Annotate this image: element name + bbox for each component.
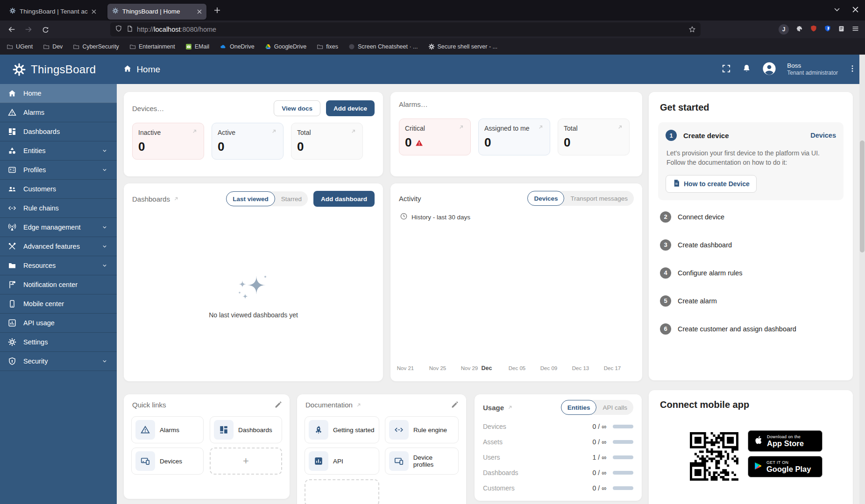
plus-icon: + [243, 455, 249, 467]
sidebar-item-resources[interactable]: Resources [0, 256, 117, 275]
list-all-tabs-icon[interactable] [834, 6, 840, 14]
edit-pencil-icon[interactable] [274, 401, 282, 411]
fullscreen-icon[interactable] [721, 63, 731, 76]
stat-assigned-to-me[interactable]: Assigned to me 0 [478, 119, 550, 155]
doc-rule-engine[interactable]: Rule engine [385, 416, 459, 443]
toggle-api-calls[interactable]: API calls [596, 400, 633, 415]
ublock-shield-icon[interactable] [810, 25, 817, 34]
page-scrollbar[interactable] [859, 55, 865, 504]
external-arrow-icon[interactable] [355, 402, 362, 408]
back-icon[interactable] [5, 22, 19, 36]
bookmark-fixes[interactable]: fixes [317, 43, 338, 50]
bitwarden-shield-icon[interactable] [824, 25, 831, 34]
page-info-icon[interactable] [126, 25, 133, 34]
bookmark-onedrive[interactable]: OneDrive [220, 43, 255, 50]
thingsboard-logo[interactable]: ThingsBoard [12, 63, 96, 77]
window-close-icon[interactable] [852, 6, 858, 14]
bookmark-email[interactable]: EMail [185, 43, 209, 50]
tab-starred[interactable]: Starred [275, 191, 308, 206]
external-arrow-icon[interactable] [173, 196, 179, 202]
sidebar-item-home[interactable]: Home [0, 84, 117, 103]
edit-pencil-icon[interactable] [451, 401, 459, 411]
sidebar-item-mobile-center[interactable]: Mobile center [0, 294, 117, 314]
sidebar-item-api-usage[interactable]: API usage [0, 314, 117, 333]
sidebar-item-settings[interactable]: Settings [0, 333, 117, 352]
get-started-step-3[interactable]: 3Create dashboard [649, 234, 853, 256]
bookmark-cybersecurity[interactable]: CyberSecurity [73, 43, 119, 50]
bookmark-screen-cheatsheet[interactable]: Screen Cheatsheet · ... [348, 43, 418, 50]
toggle-entities[interactable]: Entities [561, 400, 597, 415]
stat-inactive[interactable]: Inactive 0 [132, 123, 204, 160]
app-store-badge[interactable]: Download on theApp Store [748, 430, 822, 452]
quick-link-devices[interactable]: Devices [131, 448, 204, 475]
sidebar-item-edge-management[interactable]: Edge management [0, 218, 117, 237]
kebab-menu-icon[interactable] [848, 64, 857, 75]
toggle-devices[interactable]: Devices [527, 191, 564, 206]
get-started-step-5[interactable]: 5Create alarm [649, 290, 853, 312]
how-to-create-device-button[interactable]: How to create Device [666, 175, 757, 193]
history-range-label: History - last 30 days [411, 214, 470, 221]
sidebar-item-entities[interactable]: Entities [0, 141, 117, 161]
add-doc-link-button[interactable] [305, 479, 379, 504]
add-quick-link-button[interactable]: + [210, 448, 282, 475]
clock-icon [400, 212, 408, 222]
usage-row-dashboards: Dashboards0 / ∞ [475, 469, 642, 476]
add-device-button[interactable]: Add device [326, 100, 375, 116]
doc-api[interactable]: API [305, 448, 379, 475]
sidebar-item-advanced-features[interactable]: Advanced features [0, 237, 117, 256]
sidebar-item-security[interactable]: Security [0, 352, 117, 371]
container-tab-badge[interactable]: J [779, 24, 789, 35]
notifications-bell-icon[interactable] [742, 63, 752, 75]
devices-card: Devices… View docs Add device Inactive 0… [124, 92, 383, 176]
google-play-badge[interactable]: GET IT ONGoogle Play [748, 456, 822, 477]
sidebar-item-profiles[interactable]: Profiles [0, 161, 117, 180]
extensions-puzzle-icon[interactable] [795, 25, 803, 35]
bookmark-ugent[interactable]: UGent [7, 43, 33, 50]
menu-hamburger-icon[interactable] [851, 25, 859, 35]
user-info[interactable]: Boss Tenant administrator [787, 62, 838, 77]
home-icon [123, 64, 132, 75]
bookmark-entertainment[interactable]: Entertainment [129, 43, 175, 50]
reader-page-icon[interactable] [838, 25, 845, 34]
get-started-step-2[interactable]: 2Connect device [649, 206, 853, 228]
reload-icon[interactable] [38, 22, 52, 36]
close-tab-icon[interactable] [197, 9, 202, 14]
stat-active[interactable]: Active 0 [212, 123, 284, 160]
sidebar-item-notification-center[interactable]: Notification center [0, 275, 117, 294]
stat-total-devices[interactable]: Total 0 [291, 123, 363, 160]
close-tab-icon[interactable] [92, 9, 96, 14]
browser-tab-background[interactable]: ThingsBoard | Tenant ac [5, 4, 101, 20]
shield-icon[interactable] [115, 25, 122, 34]
sidebar-item-dashboards[interactable]: Dashboards [0, 122, 117, 141]
flag-icon [7, 280, 17, 289]
url-bar[interactable]: http://localhost:8080/home [110, 22, 701, 36]
sidebar-item-rule-chains[interactable]: Rule chains [0, 199, 117, 218]
usage-card: Usage Entities API calls Devices0 / ∞ As… [475, 394, 642, 501]
user-avatar[interactable] [762, 61, 777, 78]
new-tab-button[interactable] [214, 7, 220, 14]
toggle-transport-messages[interactable]: Transport messages [564, 191, 634, 206]
bookmark-googledrive[interactable]: GoogleDrive [265, 43, 306, 50]
tab-last-viewed[interactable]: Last viewed [226, 191, 275, 206]
stat-critical[interactable]: Critical 0 [399, 119, 471, 155]
external-arrow-icon[interactable] [507, 404, 513, 411]
get-started-step-6[interactable]: 6Create customer and assign dashboard [649, 318, 853, 340]
view-docs-button[interactable]: View docs [274, 100, 320, 116]
quick-link-dashboards[interactable]: Dashboards [210, 416, 282, 443]
add-dashboard-button[interactable]: Add dashboard [313, 191, 375, 207]
sidebar-item-alarms[interactable]: Alarms [0, 103, 117, 122]
stat-total-alarms[interactable]: Total 0 [558, 119, 630, 155]
scrollbar-thumb[interactable] [860, 140, 865, 252]
bookmark-dev[interactable]: Dev [43, 43, 63, 50]
devices-link[interactable]: Devices [810, 132, 836, 139]
doc-getting-started[interactable]: Getting started [305, 416, 379, 443]
bookmark-star-icon[interactable] [688, 26, 696, 33]
browser-tab-active[interactable]: ThingsBoard | Home [107, 4, 206, 20]
alarms-card: Alarms… Critical 0 Assigned to me 0 Tota… [390, 92, 642, 176]
sidebar-item-customers[interactable]: Customers [0, 180, 117, 199]
quick-link-alarms[interactable]: Alarms [131, 416, 204, 443]
get-started-step-4[interactable]: 4Configure alarm rules [649, 262, 853, 284]
doc-device-profiles[interactable]: Device profiles [385, 448, 459, 475]
forward-icon[interactable] [21, 22, 35, 36]
bookmark-secure-shell[interactable]: Secure shell server - ... [428, 43, 498, 50]
